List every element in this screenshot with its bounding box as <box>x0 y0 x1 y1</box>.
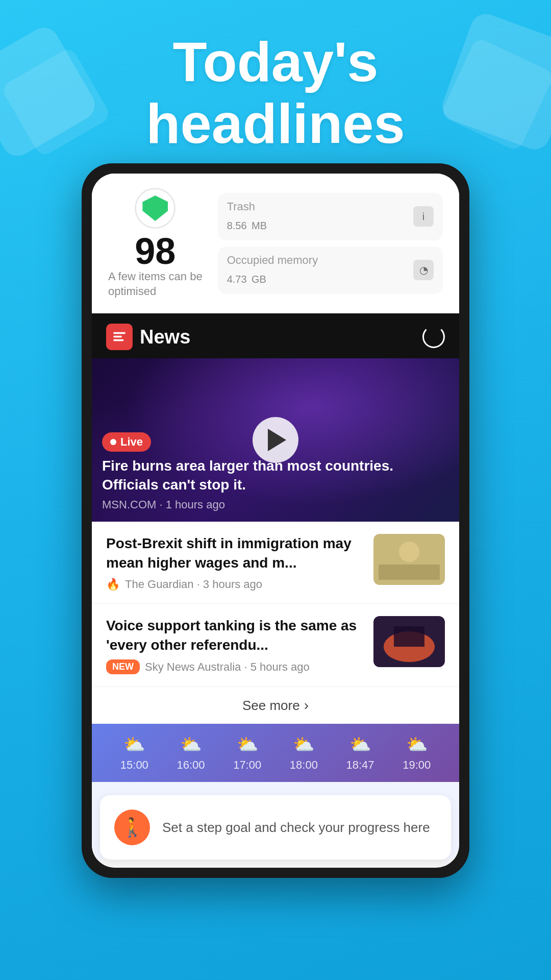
news-item-content: Post-Brexit shift in immigration may mea… <box>106 534 363 591</box>
weather-icon-6: ⛅ <box>406 734 428 754</box>
memory-value: 4.73 GB <box>227 267 318 287</box>
svg-rect-0 <box>113 332 125 334</box>
live-dot <box>110 439 116 445</box>
news-item-title: Voice support tanking is the same as 'ev… <box>106 616 363 655</box>
news-source: Sky News Australia · 5 hours ago <box>145 660 310 674</box>
weather-time-label-1: 15:00 <box>120 758 148 772</box>
svg-rect-4 <box>379 565 440 580</box>
pie-chart-icon: ◔ <box>413 260 434 280</box>
weather-icon-3: ⛅ <box>237 734 258 754</box>
news-item-thumbnail <box>373 616 445 667</box>
optimizer-widget: 98 A few items can beoptimised Trash 8.5… <box>92 174 459 313</box>
see-more-button[interactable]: See more › <box>92 687 459 724</box>
news-item-content: Voice support tanking is the same as 'ev… <box>106 616 363 675</box>
breaking-source: MSN.COM · 1 hours ago <box>102 498 449 511</box>
breaking-news-overlay: Live Fire burns area larger than most co… <box>102 432 449 511</box>
weather-time-label-5: 18:47 <box>346 758 374 772</box>
svg-rect-8 <box>394 626 424 647</box>
news-item[interactable]: Post-Brexit shift in immigration may mea… <box>92 522 459 604</box>
optimizer-icon <box>135 188 176 229</box>
breaking-headline: Fire burns area larger than most countri… <box>102 457 449 494</box>
news-item-title: Post-Brexit shift in immigration may mea… <box>106 534 363 573</box>
optimizer-stats: Trash 8.56 MB i Occupied memory 4 <box>218 193 443 294</box>
news-logo: News <box>106 324 190 350</box>
svg-point-5 <box>399 542 419 562</box>
weather-time-2: ⛅ 16:00 <box>163 734 219 772</box>
phone-mockup: 98 A few items can beoptimised Trash 8.5… <box>82 163 469 878</box>
shield-icon <box>142 195 168 221</box>
step-icon: 🚶 <box>114 810 150 845</box>
weather-time-5: ⛅ 18:47 <box>332 734 389 772</box>
weather-time-3: ⛅ 17:00 <box>219 734 276 772</box>
phone-frame: 98 A few items can beoptimised Trash 8.5… <box>82 163 469 878</box>
optimizer-left: 98 A few items can beoptimised <box>108 188 203 299</box>
info-icon[interactable]: i <box>413 206 434 227</box>
live-label: Live <box>120 435 143 449</box>
page-title: Today's headlines <box>0 0 551 169</box>
optimizer-subtitle: A few items can beoptimised <box>108 270 203 299</box>
svg-rect-2 <box>113 339 123 341</box>
trash-stat: Trash 8.56 MB i <box>218 193 443 240</box>
memory-label: Occupied memory <box>227 254 318 267</box>
step-goal-message: Set a step goal and check your progress … <box>162 818 430 837</box>
news-list: Post-Brexit shift in immigration may mea… <box>92 522 459 724</box>
weather-time-6: ⛅ 19:00 <box>388 734 445 772</box>
weather-time-label-3: 17:00 <box>233 758 261 772</box>
trash-label: Trash <box>227 200 267 213</box>
weather-time-1: ⛅ 15:00 <box>106 734 163 772</box>
see-more-arrow: › <box>304 697 309 714</box>
weather-widget: ⛅ 15:00 ⛅ 16:00 ⛅ 17:00 ⛅ 18:00 ⛅ 18:4 <box>92 724 459 782</box>
weather-icon-2: ⛅ <box>180 734 202 754</box>
refresh-icon[interactable] <box>422 326 445 348</box>
news-item-meta: 🔥 The Guardian · 3 hours ago <box>106 578 363 591</box>
see-more-label: See more <box>242 698 300 714</box>
trash-info: Trash 8.56 MB <box>227 200 267 233</box>
trash-value: 8.56 MB <box>227 213 267 233</box>
news-item-thumbnail <box>373 534 445 585</box>
svg-rect-1 <box>113 336 121 338</box>
news-widget: News Live Fire burns area <box>92 313 459 724</box>
title-line1: Today's <box>172 30 378 93</box>
optimizer-score: 98 <box>135 233 176 270</box>
weather-time-4: ⛅ 18:00 <box>276 734 332 772</box>
title-line2: headlines <box>146 92 405 155</box>
weather-icon-5: ⛅ <box>349 734 371 754</box>
weather-time-label-6: 19:00 <box>403 758 431 772</box>
weather-icon-1: ⛅ <box>123 734 145 754</box>
news-item[interactable]: Voice support tanking is the same as 'ev… <box>92 604 459 688</box>
phone-screen: 98 A few items can beoptimised Trash 8.5… <box>92 174 459 868</box>
memory-stat: Occupied memory 4.73 GB ◔ <box>218 247 443 294</box>
news-header: News <box>92 313 459 358</box>
news-video[interactable]: Live Fire burns area larger than most co… <box>92 358 459 522</box>
step-goal-widget[interactable]: 🚶 Set a step goal and check your progres… <box>100 795 451 860</box>
memory-info: Occupied memory 4.73 GB <box>227 254 318 287</box>
weather-time-label-2: 16:00 <box>177 758 205 772</box>
bottom-panel: 🚶 Set a step goal and check your progres… <box>92 782 459 860</box>
new-badge: NEW <box>106 659 140 674</box>
weather-icon-4: ⛅ <box>293 734 314 754</box>
news-app-name: News <box>140 326 190 348</box>
news-app-icon <box>106 324 133 350</box>
trending-icon: 🔥 <box>106 578 120 591</box>
live-badge: Live <box>102 432 151 452</box>
news-item-meta: NEW Sky News Australia · 5 hours ago <box>106 659 363 674</box>
weather-time-label-4: 18:00 <box>290 758 318 772</box>
news-source: The Guardian · 3 hours ago <box>125 578 262 591</box>
